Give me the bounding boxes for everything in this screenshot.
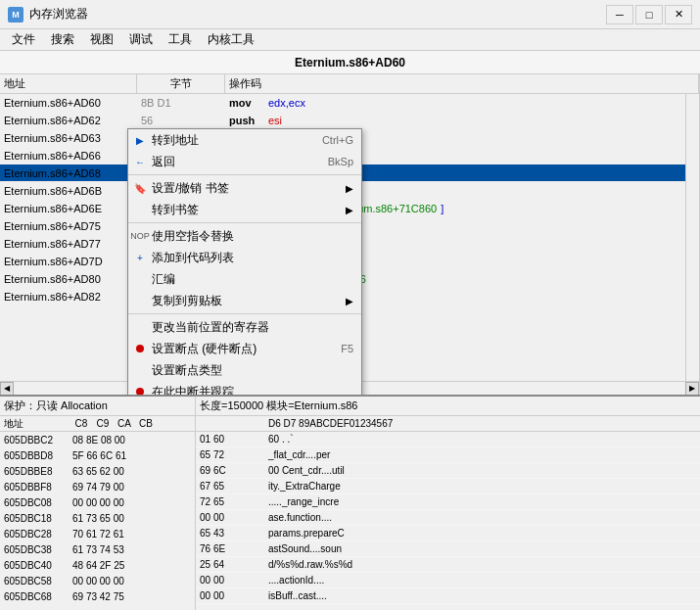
list-item[interactable]: 00 00 ase.function.... <box>196 510 700 526</box>
list-item[interactable]: 00 00 ....actionId.... <box>196 573 700 588</box>
list-item[interactable]: 605DBC5800 00 00 00 <box>0 573 195 588</box>
c9-header: C9 <box>92 418 114 429</box>
list-item[interactable]: 67 65 ity._ExtraCharge <box>196 479 700 494</box>
list-item[interactable]: 605DBC3861 73 74 53 <box>0 541 195 557</box>
add-icon: + <box>132 250 148 265</box>
ctx-arrow: ▶ <box>346 296 353 306</box>
ctx-copy[interactable]: 复制到剪贴板 ▶ <box>128 290 361 311</box>
menu-debug[interactable]: 调试 <box>121 29 161 50</box>
op-operand2: ] <box>441 203 443 214</box>
list-item[interactable]: 65 72 _flat_cdr....per <box>196 447 700 463</box>
ctx-change-register[interactable]: 更改当前位置的寄存器 <box>128 316 361 338</box>
ctx-bookmark-toggle[interactable]: 🔖 设置/撤销 书签 ▶ <box>128 177 361 199</box>
bytes-cell: 61 73 74 53 <box>70 544 195 555</box>
scroll-left-btn[interactable]: ◀ <box>0 382 14 396</box>
ctx-add-to-list[interactable]: + 添加到代码列表 <box>128 247 361 268</box>
bytes-cell: 08 8E 08 00 <box>70 435 195 446</box>
hex-bytes: params.prepareC <box>266 528 700 539</box>
cell-addr: Eternium.s86+AD7D <box>0 256 137 267</box>
list-item[interactable]: 25 64 d/%s%d.raw.%s%d <box>196 557 700 573</box>
list-item[interactable]: 605DBC1861 73 65 00 <box>0 510 195 526</box>
address-bar: Eternium.s86+AD60 <box>0 51 700 74</box>
list-item[interactable]: 605DBBC208 8E 08 00 <box>0 432 195 447</box>
hex-addr: 00 00 <box>196 590 266 601</box>
title-bar: M 内存浏览器 ─ □ ✕ <box>0 0 700 29</box>
ctx-nop[interactable]: NOP 使用空指令替换 <box>128 225 361 247</box>
scroll-right-btn[interactable]: ▶ <box>685 382 699 396</box>
disasm-row[interactable]: Eternium.s86+AD60 8B D1 mov edx,ecx <box>0 94 685 112</box>
list-item[interactable]: 76 6E astSound....soun <box>196 541 700 557</box>
disasm-scrollbar[interactable] <box>685 94 699 381</box>
list-item[interactable]: 00 00 isBuff..cast.... <box>196 588 700 604</box>
bytes-cell: 63 65 62 00 <box>70 466 195 477</box>
addr-header: 地址 <box>0 417 70 431</box>
bottom-right-header: 长度=150000 模块=Eternium.s86 <box>196 397 700 416</box>
ctx-label: 汇编 <box>152 271 175 288</box>
op-operand-red: esi <box>268 115 282 126</box>
list-item[interactable]: 69 6C 00 Cent_cdr....util <box>196 463 700 479</box>
hex-rows: 01 60 60 . .` 65 72 _flat_cdr....per 69 … <box>196 432 700 610</box>
bytes-cell: 61 73 65 00 <box>70 513 195 524</box>
hex-addr: 65 43 <box>196 528 266 539</box>
assemble-icon <box>132 271 148 287</box>
list-item[interactable]: 01 60 60 . .` <box>196 432 700 447</box>
list-item[interactable]: 605DBBD85F 66 6C 61 <box>0 447 195 463</box>
list-item[interactable]: 605DBC6869 73 42 75 <box>0 588 195 604</box>
window-controls: ─ □ ✕ <box>606 5 692 24</box>
disasm-row[interactable]: Eternium.s86+AD62 56 push esi <box>0 112 685 129</box>
cell-addr: Eternium.s86+AD62 <box>0 115 137 126</box>
breakpoint-type-icon <box>132 362 148 378</box>
list-item[interactable]: 605DBC4048 64 2F 25 <box>0 557 195 573</box>
bytes-cell: 69 73 42 75 <box>70 591 195 602</box>
hex-addr: 65 72 <box>196 449 266 460</box>
addr-cell: 605DBBD8 <box>0 450 70 461</box>
ctx-set-breakpoint[interactable]: 设置断点 (硬件断点) F5 <box>128 338 361 359</box>
cb-header: CB <box>135 418 157 429</box>
minimize-button[interactable]: ─ <box>606 5 633 24</box>
ctx-arrow: ▶ <box>346 205 353 215</box>
copy-icon <box>132 293 148 308</box>
hex-addr: 25 64 <box>196 559 266 570</box>
ctx-goto-addr[interactable]: ▶ 转到地址 Ctrl+G <box>128 129 361 151</box>
ctx-shortcut: F5 <box>341 343 353 354</box>
menu-view[interactable]: 视图 <box>82 29 121 50</box>
cell-addr: Eternium.s86+AD6B <box>0 185 137 197</box>
close-button[interactable]: ✕ <box>665 5 692 24</box>
cell-addr: Eternium.s86+AD80 <box>0 273 137 285</box>
ctx-break-trace[interactable]: 在此中断并跟踪 <box>128 381 361 395</box>
op-mnemonic: push <box>229 115 264 126</box>
ctx-assemble[interactable]: 汇编 <box>128 268 361 290</box>
list-item[interactable]: 605DBBE863 65 62 00 <box>0 463 195 479</box>
list-item[interactable]: 72 65 ....._range_incre <box>196 494 700 510</box>
addr-cell: 605DBBC2 <box>0 435 70 446</box>
hex-addr: 67 65 <box>196 481 266 492</box>
ctx-breakpoint-type[interactable]: 设置断点类型 <box>128 359 361 381</box>
addr-cell: 605DBC18 <box>0 513 70 524</box>
cell-addr: Eternium.s86+AD60 <box>0 97 137 109</box>
addr-cell: 605DBC40 <box>0 560 70 571</box>
list-item[interactable]: 65 43 params.prepareC <box>196 526 700 541</box>
bytes-cell: 00 00 00 00 <box>70 497 195 508</box>
register-icon <box>132 319 148 335</box>
maximize-button[interactable]: □ <box>635 5 663 24</box>
cell-bytes: 8B D1 <box>137 97 225 109</box>
cell-addr: Eternium.s86+AD63 <box>0 132 137 144</box>
list-item[interactable]: 605DBC2870 61 72 61 <box>0 526 195 541</box>
menu-kernel-tools[interactable]: 内核工具 <box>200 29 262 50</box>
hex-addr: 69 6C <box>196 465 266 476</box>
ctx-back[interactable]: ← 返回 BkSp <box>128 151 361 172</box>
list-item[interactable]: 605DBBF869 74 79 00 <box>0 479 195 494</box>
ctx-label: 转到地址 <box>152 132 199 149</box>
menu-tools[interactable]: 工具 <box>161 29 200 50</box>
ctx-label: 复制到剪贴板 <box>152 293 222 309</box>
cell-bytes: 56 <box>137 115 225 126</box>
ctx-goto-bookmark[interactable]: 转到书签 ▶ <box>128 199 361 220</box>
addr-cell: 605DBC58 <box>0 576 70 587</box>
ca-header: CA <box>114 418 135 429</box>
menu-file[interactable]: 文件 <box>4 29 43 50</box>
menu-search[interactable]: 搜索 <box>43 29 82 50</box>
list-item[interactable]: 605DBC0800 00 00 00 <box>0 494 195 510</box>
hex-bytes: isBuff..cast.... <box>266 590 700 601</box>
ctx-label: 设置断点 (硬件断点) <box>152 341 257 357</box>
ctx-shortcut: Ctrl+G <box>322 134 353 146</box>
